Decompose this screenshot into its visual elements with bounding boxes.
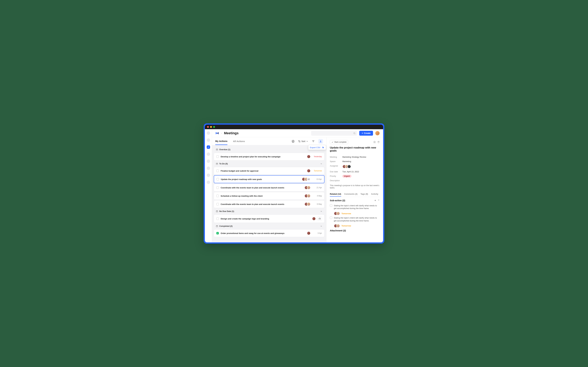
- meta-assignee-label: Assignee: [330, 165, 342, 168]
- task-title: Schedule a follow-up meeting with the cl…: [221, 195, 303, 197]
- meta-priority-value[interactable]: Urgent: [342, 175, 351, 177]
- task-due: 13 Apr: [312, 178, 322, 180]
- task-row[interactable]: Finalize budget and submit for approvalT…: [214, 167, 324, 175]
- sort-button[interactable]: Sort: [298, 140, 308, 142]
- check-icon: [331, 141, 334, 143]
- app-window: › Meetings + Create My: [205, 125, 383, 242]
- user-avatar[interactable]: [375, 131, 380, 135]
- set-due-date-button[interactable]: [318, 217, 322, 221]
- task-row[interactable]: Design and create the campaign logo and …: [214, 215, 324, 223]
- task-title: Order promotional items and swag for use…: [221, 232, 305, 234]
- task-avatar: [307, 186, 311, 190]
- dtab-comments[interactable]: Comments (4): [344, 192, 358, 197]
- task-checkbox[interactable]: [216, 217, 219, 220]
- rail-item-4[interactable]: [207, 152, 210, 156]
- rail-item-6[interactable]: [207, 167, 210, 170]
- filter-button[interactable]: [311, 139, 316, 144]
- calendar-icon: [216, 210, 218, 212]
- task-row[interactable]: Coordinate with the events team to plan …: [214, 200, 324, 208]
- subaction-avatar: [336, 212, 340, 215]
- task-due: 6 May: [312, 203, 322, 205]
- rail-item-7[interactable]: [207, 174, 210, 177]
- task-due: 21 Apr: [312, 187, 322, 189]
- task-avatar: [307, 169, 311, 173]
- dtab-activity[interactable]: Activity: [371, 192, 378, 197]
- task-row[interactable]: Update the project roadmap with new goal…: [214, 175, 324, 183]
- meta-assignee-value[interactable]: [342, 165, 351, 168]
- download-button[interactable]: [318, 139, 323, 144]
- export-csv-tooltip[interactable]: Export CSV: [308, 145, 326, 150]
- minimize-dot[interactable]: [210, 126, 212, 128]
- meta-due-label: Due date: [330, 170, 342, 173]
- meta-meeting-value[interactable]: Marketing Strategy Review: [342, 156, 366, 158]
- detail-title: Update the project roadmap with new goal…: [330, 146, 380, 152]
- group-header[interactable]: To Do (5): [213, 161, 325, 166]
- meta-meeting-label: Meeting: [330, 156, 342, 158]
- task-checkbox[interactable]: [216, 232, 219, 234]
- filter-icon: [312, 140, 315, 143]
- favorite-button[interactable]: [291, 139, 295, 144]
- trash-icon: [377, 141, 380, 143]
- calendar-icon: [216, 149, 218, 151]
- rail-item-actions-active[interactable]: [207, 145, 210, 149]
- subaction-text: Stating the topic's intent will clarify …: [334, 204, 380, 210]
- subaction-item[interactable]: Stating the topic's intent will clarify …: [330, 203, 380, 211]
- subaction-due: Tomorrow: [341, 212, 351, 215]
- group-header[interactable]: No Due Date (1): [213, 209, 325, 214]
- group-label: Overdue (1): [219, 148, 230, 151]
- dtab-related[interactable]: Related (12): [330, 192, 341, 197]
- meta-priority-label: Priority: [330, 175, 342, 177]
- task-checkbox[interactable]: [216, 195, 219, 197]
- task-checkbox[interactable]: [216, 186, 219, 189]
- group-header[interactable]: Completed (2): [213, 223, 325, 229]
- priority-pill: Urgent: [342, 175, 351, 177]
- meta-due-value[interactable]: Tue, April 13, 2022: [342, 170, 359, 173]
- svg-marker-2: [292, 140, 294, 142]
- rail-item-8[interactable]: [207, 181, 210, 184]
- tab-my-actions[interactable]: My Actions: [215, 138, 227, 145]
- task-row[interactable]: Coordinate with the events team to plan …: [214, 184, 324, 192]
- avatar-overflow-badge: +2: [307, 177, 310, 181]
- tabs-row: My Actions All Actions Sort: [212, 137, 326, 145]
- add-subaction-button[interactable]: ＋: [374, 199, 376, 202]
- svg-rect-10: [216, 163, 218, 164]
- close-dot[interactable]: [207, 126, 209, 128]
- task-row[interactable]: Order promotional items and swag for use…: [214, 229, 324, 237]
- task-row[interactable]: Develop a timeline and project plan for …: [214, 153, 324, 160]
- create-button[interactable]: + Create: [359, 131, 373, 136]
- svg-rect-22: [216, 225, 218, 227]
- maximize-dot[interactable]: [213, 126, 215, 128]
- rail-item-2[interactable]: [207, 138, 210, 142]
- subaction-checkbox[interactable]: [330, 217, 332, 219]
- task-row[interactable]: Schedule a follow-up meeting with the cl…: [214, 192, 324, 200]
- calendar-icon: [216, 163, 218, 165]
- task-checkbox[interactable]: [216, 178, 219, 180]
- breadcrumb-chevron-icon: ›: [221, 132, 222, 134]
- detail-delete-button[interactable]: [377, 141, 380, 143]
- task-checkbox[interactable]: [216, 203, 219, 205]
- subaction-item[interactable]: Stating the topic's intent will clarify …: [330, 215, 380, 223]
- subaction-due: Tomorrow: [341, 225, 351, 227]
- task-list-scroll[interactable]: Overdue (1)Develop a timeline and projec…: [212, 145, 326, 242]
- task-checkbox[interactable]: [216, 170, 219, 172]
- star-icon: [292, 140, 295, 143]
- plus-icon: +: [362, 132, 363, 134]
- rail-item-5[interactable]: [207, 159, 210, 163]
- app-logo[interactable]: [215, 131, 219, 135]
- task-avatar: [307, 194, 311, 198]
- detail-star-button[interactable]: [373, 141, 376, 143]
- mark-complete-button[interactable]: Mark complete: [330, 140, 348, 144]
- rail-item-1[interactable]: [207, 131, 210, 135]
- search-input[interactable]: [311, 131, 357, 136]
- subactions-heading: Sub-action (2): [330, 199, 345, 202]
- collapse-subactions-button[interactable]: [378, 199, 380, 202]
- meta-description-label: Description: [330, 179, 342, 182]
- dtab-tags[interactable]: Tags (9): [361, 192, 368, 197]
- subaction-checkbox[interactable]: [330, 204, 332, 207]
- chevron-down-icon: [378, 199, 380, 201]
- svg-rect-18: [319, 218, 321, 219]
- tab-all-actions[interactable]: All Actions: [233, 138, 245, 145]
- task-due: Yesterday: [312, 156, 322, 158]
- task-checkbox[interactable]: [216, 155, 219, 158]
- meta-space-value[interactable]: Marketing: [342, 160, 351, 163]
